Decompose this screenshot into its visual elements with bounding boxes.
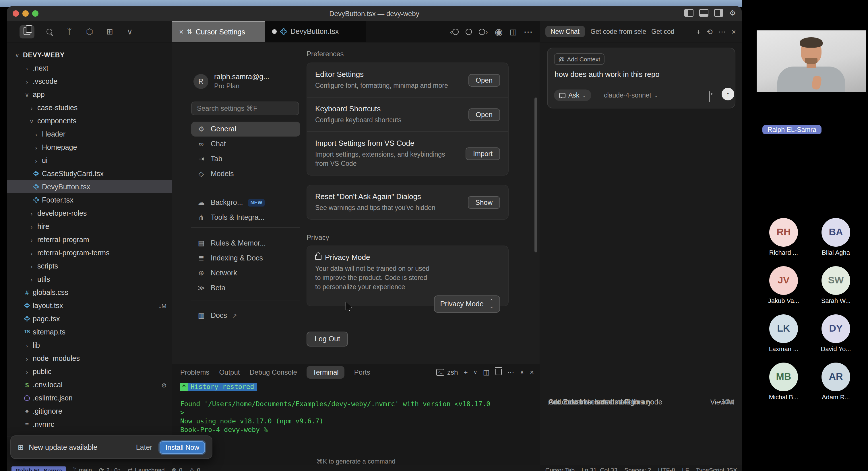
more-icon[interactable]: ⋯ [507,368,514,376]
close-panel-icon[interactable]: × [530,368,534,376]
tree-item[interactable]: › scripts [7,259,172,272]
settings-nav-item[interactable]: ≫ Beta [191,280,300,296]
tree-item[interactable]: › Homepage [7,140,172,154]
modified-dot-icon[interactable] [272,29,277,34]
tab-cursor-settings[interactable]: × ⇅ Cursor Settings [172,21,265,42]
status-item[interactable]: TypeScript JSX [696,466,737,471]
settings-nav-item[interactable]: ≣ Indexing & Docs [191,251,300,266]
participant[interactable]: MB Michal B... [759,363,808,400]
extensions-icon[interactable]: ⊞ [104,27,115,36]
gear-icon[interactable]: ⚙ [730,10,736,16]
tree-item[interactable]: DevyButton.tsx [7,180,172,193]
setting-action-button[interactable]: Import [466,147,500,160]
tree-item[interactable]: › .vscode [7,75,172,88]
settings-nav-item[interactable]: ◇ Models [191,166,300,181]
participant[interactable]: DY David Yo... [811,314,861,352]
chat-input-card[interactable]: @ Add Context how does auth work in this… [547,47,735,108]
status-item[interactable]: LF [682,466,689,471]
status-item[interactable]: Ln 31, Col 33 [582,466,617,471]
new-terminal-icon[interactable]: + [464,368,468,376]
settings-nav-item[interactable]: ⋔ Tools & Integra... [191,210,300,225]
mode-selector[interactable]: Ask ⌄ [554,90,591,101]
attach-image-icon[interactable] [709,91,710,102]
scrollbar[interactable] [534,98,537,253]
chevron-down-icon[interactable]: ∨ [125,27,135,36]
chat-tab-2[interactable]: Get cod [651,28,675,35]
shell-indicator[interactable]: >_zsh [436,368,458,376]
tree-item[interactable]: › referral-program [7,233,172,246]
presenter-video[interactable] [756,30,866,92]
status-item[interactable]: ⊗0 [172,466,182,471]
tree-item[interactable]: › developer-roles [7,206,172,220]
settings-nav-item[interactable]: ∞ Chat [191,137,300,152]
status-item[interactable]: UTF-8 [658,466,675,471]
settings-nav-item-docs[interactable]: ▥ Docs ↗ [191,308,300,323]
tree-item[interactable]: › hire [7,220,172,233]
tree-item[interactable]: CaseStudyCard.tsx [7,167,172,180]
more-icon[interactable]: ⋯ [718,27,726,36]
more-actions-icon[interactable]: ⋯ [524,26,533,37]
setting-action-button[interactable]: Open [468,74,500,86]
tree-item[interactable]: › utils [7,272,172,286]
tree-item[interactable]: layout.tsx ↓M [7,299,172,312]
participant[interactable]: LK Laxman ... [759,314,808,352]
status-item[interactable]: Cursor Tab [546,466,575,471]
later-button[interactable]: Later [136,443,152,451]
settings-search-input[interactable]: Search settings ⌘F [191,102,299,115]
terminal-tab[interactable]: Debug Console [249,368,297,376]
settings-nav-item[interactable]: ☁ Backgro... NEW [191,195,300,210]
tree-item[interactable]: ∨ app [7,88,172,101]
participant[interactable]: RH Richard ... [759,218,808,256]
source-control-icon[interactable]: ᛘ [64,27,74,36]
cube-icon[interactable]: ⬡ [84,27,95,36]
status-item[interactable]: ᛘmain [73,466,92,471]
split-terminal-icon[interactable]: ◫ [483,368,490,376]
tree-item[interactable]: globals.css [7,286,172,299]
tree-item[interactable]: .gitignore [7,404,172,418]
tree-item[interactable]: › public [7,365,172,378]
nav-current-icon[interactable] [466,28,472,35]
status-item[interactable]: Spaces: 2 [624,466,651,471]
status-item[interactable]: ⟳2↓ 0↑ [99,466,121,471]
history-icon[interactable]: ⟲ [706,27,713,36]
privacy-mode-select[interactable]: Privacy Mode ⌃⌄ [434,296,500,313]
chat-tab-1[interactable]: Get code from sele [590,28,646,35]
install-now-button[interactable]: Install Now [160,441,205,453]
settings-nav-item[interactable]: ⚙ General [191,122,300,137]
chat-tab-new[interactable]: New Chat [546,26,585,37]
tree-item[interactable]: .eslintrc.json [7,391,172,404]
nav-forward-icon[interactable]: › [479,28,488,35]
chevron-down-icon[interactable]: ∨ [473,369,477,375]
split-editor-icon[interactable]: ◫ [509,27,517,36]
kill-terminal-icon[interactable] [495,369,501,375]
maximize-panel-icon[interactable]: ∧ [520,369,524,375]
search-icon[interactable] [44,27,55,36]
send-button[interactable]: ↑ [722,88,734,100]
settings-nav-item[interactable]: ▤ Rules & Memor... [191,236,300,251]
tree-item[interactable]: page.tsx [7,312,172,325]
participant[interactable]: BA Bilal Agha [811,218,861,256]
tree-item[interactable]: › referral-program-terms [7,246,172,259]
nav-back-icon[interactable]: ‹ [450,28,459,35]
toggle-right-sidebar-icon[interactable] [714,9,724,16]
setting-action-button[interactable]: Open [468,108,500,121]
tree-item[interactable]: › Header [7,127,172,140]
new-chat-plus-icon[interactable]: + [696,27,701,36]
terminal-tab[interactable]: Terminal [307,366,344,378]
participant[interactable]: SW Sarah W... [811,266,861,304]
tree-item[interactable]: sitemap.ts [7,325,172,338]
status-item[interactable]: ⚠0 [189,466,200,471]
chat-message-input[interactable]: how does auth work in this repo [555,70,660,78]
tree-item[interactable]: .nvmrc [7,418,172,431]
tree-item[interactable]: › case-studies [7,101,172,114]
settings-nav-item[interactable]: ⇥ Tab [191,152,300,166]
terminal-tab[interactable]: Ports [354,368,370,376]
settings-nav-item[interactable]: ⊕ Network [191,266,300,280]
tree-item[interactable]: › ui [7,154,172,167]
tree-item[interactable]: › .next [7,61,172,75]
tree-item[interactable]: Footer.tsx [7,193,172,206]
close-icon[interactable]: × [179,28,183,36]
tab-devybutton[interactable]: DevyButton.tsx [265,21,366,42]
tree-item[interactable]: ∨ components [7,114,172,127]
participant[interactable]: JV Jakub Va... [759,266,808,304]
